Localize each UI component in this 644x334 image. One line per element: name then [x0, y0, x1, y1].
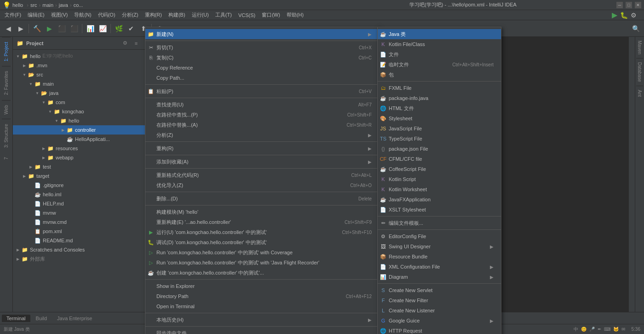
submenu-editorconfig[interactable]: ⚙ EditorConfig File — [378, 231, 501, 241]
git-btn[interactable]: 🌿 — [113, 23, 124, 34]
submenu-package-json[interactable]: {} package.json File — [378, 144, 501, 154]
ctx-run-flight-recorder[interactable]: ▷ Run 'com.kongchao.hello.controller' 中的… — [145, 258, 379, 268]
tree-item-helloapp[interactable]: ▶ ☕ HelloApplicati... — [13, 135, 155, 144]
menu-run[interactable]: 运行(U) — [189, 11, 212, 19]
bottom-tab-build[interactable]: Build — [31, 315, 52, 322]
minimize-button[interactable]: ─ — [616, 2, 623, 8]
commit-btn[interactable]: ✔ — [126, 23, 137, 34]
ctx-debug-tests[interactable]: 🐛 调试(D) 'com.kongchao.hello.controller' … — [145, 237, 379, 247]
ctx-cut[interactable]: ✂ 剪切(T) Ctrl+X — [145, 42, 379, 53]
maximize-button[interactable]: □ — [626, 2, 632, 8]
gear-icon-btn[interactable]: ⚙ — [121, 39, 129, 47]
submenu-file[interactable]: 📄 文件 — [378, 49, 501, 59]
ctx-copy-path[interactable]: Copy Path... — [145, 73, 379, 83]
ctx-add-to-favorites[interactable]: 添加到收藏(A) ▶ — [145, 157, 379, 167]
settings-icon-btn[interactable]: ≡ — [132, 39, 140, 47]
submenu-kotlin-file[interactable]: K Kotlin File/Class — [378, 39, 501, 49]
run-btn[interactable]: ▶ — [44, 23, 55, 34]
tree-item-mvnw[interactable]: 📄 mvnw — [13, 208, 155, 217]
ctx-open-terminal[interactable]: Open in Terminal — [145, 301, 379, 311]
tree-item-src[interactable]: ▼ 📂 src — [13, 70, 155, 79]
tree-item-target[interactable]: ▶ 📁 target — [13, 171, 155, 181]
ctx-refactor[interactable]: 重构(R) ▶ — [145, 143, 379, 153]
tree-item-hello[interactable]: ▼ 📁 hello E:\学习吧\hello — [13, 52, 155, 61]
tree-item-kongchao[interactable]: ▼ 📁 kongchao — [13, 107, 155, 116]
debug-btn[interactable]: ⬛ — [56, 23, 67, 34]
submenu-java-class[interactable]: ☕ Java 类 — [378, 29, 501, 39]
sidebar-tab-project[interactable]: 1: Project — [2, 37, 11, 66]
menu-view[interactable]: 视图(V) — [48, 11, 71, 19]
ctx-run-tests[interactable]: ▶ 运行(U) 'com.kongchao.hello.controller' … — [145, 227, 379, 237]
menu-window[interactable]: 窗口(W) — [259, 11, 283, 19]
tree-item-main[interactable]: ▼ 📁 main — [13, 79, 155, 88]
right-tab-database[interactable]: Database — [636, 59, 643, 86]
submenu-scratch-file[interactable]: 📝 临时文件 Ctrl+Alt+Shift+Insert — [378, 59, 501, 70]
submenu-resource-bundle[interactable]: 📦 Resource Bundle — [378, 252, 501, 262]
submenu-package[interactable]: 📦 包 — [378, 70, 501, 80]
forward-btn[interactable]: ▶ — [15, 23, 26, 34]
tree-item-com[interactable]: ▼ 📁 com — [13, 98, 155, 107]
ctx-analyze[interactable]: 分析(Z) ▶ — [145, 130, 379, 140]
ctx-sync[interactable]: 同步选中文件 — [145, 328, 379, 334]
sidebar-tab-structure2[interactable]: 7 — [2, 152, 11, 164]
ctx-create-test[interactable]: ☕ 创建 'com.kongchao.hello.controller' 中的测… — [145, 268, 379, 278]
submenu-stylesheet[interactable]: 🎨 Stylesheet — [378, 113, 501, 123]
tree-item-test[interactable]: ▶ 📁 test — [13, 162, 155, 171]
ctx-find-in-path[interactable]: 在路径中查找...(P) Ctrl+Shift+F — [145, 110, 379, 120]
submenu-kotlin-worksheet[interactable]: K Kotlin Worksheet — [378, 184, 501, 194]
tree-item-readmemd[interactable]: 📄 README.md — [13, 236, 155, 245]
ctx-run-coverage[interactable]: ▷ Run 'com.kongchao.hello.controller' 中的… — [145, 247, 379, 258]
toolbar-more-btn[interactable]: ⚙ — [631, 12, 637, 19]
menu-code[interactable]: 代码(O) — [95, 11, 118, 19]
tree-item-hello2[interactable]: ▼ 📁 hello — [13, 116, 155, 125]
tree-item-pomxml[interactable]: 📋 pom.xml — [13, 227, 155, 236]
submenu-google-guice[interactable]: G Google Guice ▶ — [378, 316, 501, 326]
menu-tools[interactable]: 工具(T) — [213, 11, 235, 19]
submenu-kotlin-script[interactable]: K Kotlin Script — [378, 174, 501, 184]
ctx-optimize-imports[interactable]: 优化导入(Z) Ctrl+Alt+O — [145, 180, 379, 190]
ctx-find-usages[interactable]: 查找使用(U) Alt+F7 — [145, 100, 379, 110]
bottom-tab-java-enterprise[interactable]: Java Enterprise — [52, 315, 97, 322]
submenu-cfml[interactable]: CF CFML/CFC file — [378, 154, 501, 164]
ctx-local-history[interactable]: 本地历史(H) ▶ — [145, 315, 379, 325]
menu-build[interactable]: 构建(B) — [166, 11, 188, 19]
submenu-create-listener[interactable]: L Create New Listener — [378, 305, 501, 316]
menu-vcs[interactable]: VCS(S) — [236, 12, 258, 19]
ctx-delete[interactable]: 删除...(D) Delete — [145, 193, 379, 204]
right-tab-ant[interactable]: Ant — [636, 86, 643, 100]
menu-refactor[interactable]: 重构(R) — [142, 11, 165, 19]
profiler-btn[interactable]: 📈 — [97, 23, 108, 34]
ctx-copy-ref[interactable]: Copy Reference — [145, 63, 379, 73]
toolbar-debug-btn[interactable]: 🐛 — [620, 12, 628, 19]
back-btn[interactable]: ◀ — [3, 23, 14, 34]
tree-item-resources[interactable]: ▶ 📁 resources — [13, 144, 155, 153]
submenu-html[interactable]: 🌐 HTML 文件 — [378, 103, 501, 113]
tree-item-controller[interactable]: ▶ 📁 controller — [13, 125, 155, 135]
submenu-xml-config[interactable]: 📄 XML Configuration File ▶ — [378, 262, 501, 272]
tree-item-java[interactable]: ▼ 📂 java — [13, 88, 155, 98]
submenu-package-info[interactable]: ☕ package-info.java — [378, 93, 501, 103]
menu-help[interactable]: 帮助(H) — [284, 11, 306, 19]
menu-file[interactable]: 文件(F) — [2, 11, 24, 19]
ctx-copy[interactable]: ⎘ 复制(C) Ctrl+C — [145, 53, 379, 63]
ctx-build-module[interactable]: 构建模块(M) 'hello' — [145, 207, 379, 217]
ctx-new[interactable]: 📁 新建(N) ▶ — [145, 29, 379, 39]
build-btn[interactable]: 🔨 — [31, 23, 42, 34]
stop-btn[interactable]: ⬛ — [69, 23, 80, 34]
submenu-coffeescript[interactable]: ☕ CoffeeScript File — [378, 164, 501, 174]
ctx-show-in-explorer[interactable]: Show in Explorer — [145, 281, 379, 291]
submenu-create-servlet[interactable]: S Create New Servlet — [378, 285, 501, 295]
submenu-http-request[interactable]: 🌐 HTTP Request — [378, 326, 501, 334]
ctx-paste[interactable]: 📋 粘贴(P) Ctrl+V — [145, 86, 379, 96]
ctx-directory-path[interactable]: Directory Path Ctrl+Alt+F12 — [145, 291, 379, 301]
submenu-js-file[interactable]: JS JavaScript File — [378, 123, 501, 134]
tree-item-webapp[interactable]: ▶ 📁 webapp — [13, 153, 155, 162]
sidebar-tab-structure[interactable]: 3: Structure — [2, 119, 11, 152]
ctx-reformat[interactable]: 重新格式化代码(R) Ctrl+Alt+L — [145, 170, 379, 180]
tree-item-scratches[interactable]: ▶ 📁 Scratches and Consoles — [13, 245, 155, 254]
submenu-javafx-app[interactable]: ☕ JavaFXApplication — [378, 194, 501, 205]
ctx-replace-in-path[interactable]: 在路径中替换...(A) Ctrl+Shift+R — [145, 120, 379, 130]
menu-edit[interactable]: 编辑(E) — [25, 11, 47, 19]
submenu-xslt[interactable]: 📄 XSLT Stylesheet — [378, 205, 501, 215]
tree-item-hellovml[interactable]: ☕ hello.iml — [13, 190, 155, 199]
